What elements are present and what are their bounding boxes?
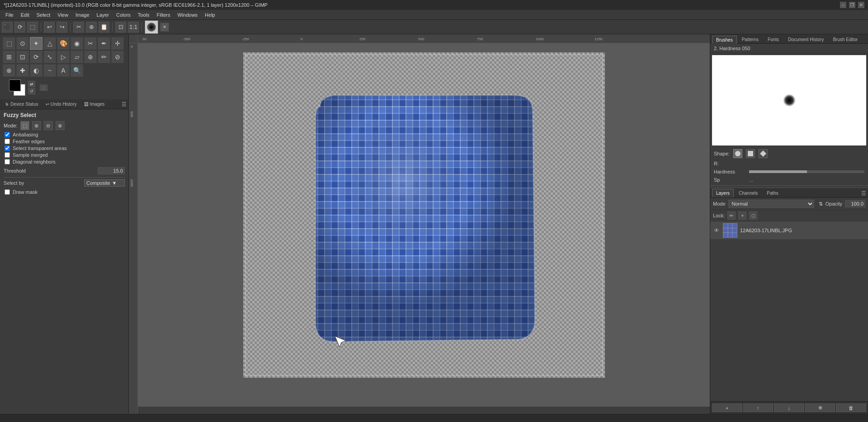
sample-merged-checkbox[interactable]: [5, 152, 10, 158]
panel-config-button[interactable]: ☰: [122, 101, 127, 108]
tab-images[interactable]: 🖼 Images: [81, 101, 108, 108]
layer-visibility-toggle[interactable]: 👁: [713, 227, 720, 234]
shape-diamond-button[interactable]: [759, 149, 768, 158]
menu-file[interactable]: File: [2, 11, 17, 19]
menu-windows[interactable]: Windows: [174, 11, 201, 19]
tool-open[interactable]: ⟳: [14, 22, 25, 33]
tab-device-status[interactable]: 🖱 Device Status: [2, 101, 41, 108]
menu-view[interactable]: View: [54, 11, 72, 19]
window-controls[interactable]: − ❐ ✕: [840, 2, 864, 8]
draw-mask-checkbox[interactable]: [5, 189, 10, 195]
tool-rect-select[interactable]: ⬚: [3, 37, 15, 50]
tab-brush-editor[interactable]: Brush Editor: [829, 35, 862, 43]
tool-heal[interactable]: ✚: [16, 64, 29, 77]
tool-scissors-select[interactable]: ✂: [84, 37, 97, 50]
brush-preview-area[interactable]: [712, 55, 866, 145]
menu-tools[interactable]: Tools: [134, 11, 153, 19]
tool-select-by-color[interactable]: 🎨: [57, 37, 70, 50]
tool-move[interactable]: ✛: [111, 37, 124, 50]
mode-select[interactable]: Normal Multiply Screen: [728, 200, 814, 208]
tool-shear[interactable]: ▷: [57, 51, 70, 63]
select-transparent-checkbox[interactable]: [5, 145, 10, 151]
mode-replace[interactable]: ⬚: [20, 121, 29, 130]
tool-ellipse-select[interactable]: ⊙: [16, 37, 29, 50]
tool-redo[interactable]: ↪: [57, 22, 67, 33]
tool-text[interactable]: A: [57, 64, 70, 77]
tab-document-history[interactable]: Document History: [784, 35, 828, 43]
tab-undo-history[interactable]: ↩ Undo History: [43, 101, 80, 108]
menu-edit[interactable]: Edit: [17, 11, 33, 19]
tool-zoom[interactable]: 🔍: [71, 64, 83, 77]
tool-crop[interactable]: ⊡: [16, 51, 29, 63]
delete-layer-button[interactable]: 🗑: [836, 403, 866, 412]
quick-mask-button[interactable]: ⬚: [40, 84, 47, 91]
foreground-color-swatch[interactable]: [9, 80, 21, 91]
tool-smudge[interactable]: ~: [43, 64, 56, 77]
minimize-button[interactable]: −: [840, 2, 846, 8]
tool-perspective[interactable]: ▱: [71, 51, 83, 63]
reset-colors-button[interactable]: ↺: [28, 88, 35, 94]
layer-item[interactable]: 👁 12A6203-17LINBL.JPG: [710, 221, 868, 240]
tool-copy[interactable]: ⊕: [86, 22, 97, 33]
duplicate-layer-button[interactable]: ⊕: [805, 403, 835, 412]
sample-merged-label[interactable]: Sample merged: [13, 152, 48, 158]
opacity-input[interactable]: [845, 200, 865, 207]
lower-layer-button[interactable]: ↓: [774, 403, 804, 412]
tab-paths[interactable]: Paths: [763, 189, 783, 197]
tool-fuzzy-select[interactable]: ✦: [30, 37, 42, 50]
menu-help[interactable]: Help: [201, 11, 219, 19]
diagonal-neighbors-label[interactable]: Diagonal neighbors: [13, 159, 56, 164]
menu-filters[interactable]: Filters: [153, 11, 174, 19]
swap-colors-button[interactable]: ⇄: [28, 81, 35, 87]
tab-patterns[interactable]: Patterns: [738, 35, 763, 43]
tool-transform[interactable]: ⊕: [84, 51, 97, 63]
raise-layer-button[interactable]: ↑: [743, 403, 774, 412]
tool-save[interactable]: ⬚: [27, 22, 38, 33]
tool-new[interactable]: ⬛: [2, 22, 13, 33]
mode-subtract[interactable]: ⊖: [44, 121, 53, 130]
hardness-slider[interactable]: [749, 170, 864, 173]
antialiasing-label[interactable]: Antialiasing: [13, 132, 38, 137]
restore-button[interactable]: ❐: [849, 2, 855, 8]
tool-free-select[interactable]: △: [43, 37, 56, 50]
threshold-input[interactable]: [98, 167, 125, 174]
lock-pixels-button[interactable]: ✏: [727, 211, 736, 220]
menu-image[interactable]: Image: [72, 11, 93, 19]
mode-add[interactable]: ⊕: [32, 121, 41, 130]
shape-square-button[interactable]: [746, 149, 755, 158]
mode-intersect[interactable]: ⊗: [56, 121, 65, 130]
feather-edges-label[interactable]: Feather edges: [13, 139, 45, 144]
tool-dodge[interactable]: ◐: [30, 64, 42, 77]
tool-undo[interactable]: ↩: [44, 22, 55, 33]
tool-cut[interactable]: ✂: [73, 22, 84, 33]
new-layer-button[interactable]: +: [712, 403, 742, 412]
menu-select[interactable]: Select: [33, 11, 54, 19]
tool-scale[interactable]: ⤡: [43, 51, 56, 63]
canvas-viewport[interactable]: [138, 43, 710, 407]
tool-align[interactable]: ⊞: [3, 51, 15, 63]
color-swatches[interactable]: [9, 80, 25, 96]
antialiasing-checkbox[interactable]: [5, 132, 10, 137]
tool-zoom-fit[interactable]: ⊡: [115, 22, 126, 33]
lock-alpha-button[interactable]: ⬡: [749, 211, 757, 220]
lock-position-button[interactable]: +: [738, 211, 746, 220]
close-button[interactable]: ✕: [858, 2, 864, 8]
tool-erase[interactable]: ⊘: [111, 51, 124, 63]
tab-brushes[interactable]: Brushes: [712, 36, 737, 44]
tool-foreground-select[interactable]: ◉: [71, 37, 83, 50]
tool-close-brush[interactable]: ✕: [160, 23, 169, 32]
draw-mask-label[interactable]: Draw mask: [13, 189, 38, 195]
tool-path[interactable]: ✒: [98, 37, 110, 50]
tool-paint[interactable]: ✏: [98, 51, 110, 63]
tab-fonts[interactable]: Fonts: [764, 35, 783, 43]
tool-clone[interactable]: ⊗: [3, 64, 15, 77]
shape-circle-button[interactable]: [733, 149, 742, 158]
menu-layer[interactable]: Layer: [93, 11, 113, 19]
tab-layers[interactable]: Layers: [712, 189, 734, 197]
feather-edges-checkbox[interactable]: [5, 139, 10, 144]
select-by-dropdown[interactable]: Composite ▼: [84, 179, 125, 187]
tool-rotate[interactable]: ⟳: [30, 51, 42, 63]
select-transparent-label[interactable]: Select transparent areas: [13, 145, 67, 151]
menu-colors[interactable]: Colors: [113, 11, 134, 19]
tool-zoom-1-1[interactable]: 1:1: [128, 22, 139, 33]
